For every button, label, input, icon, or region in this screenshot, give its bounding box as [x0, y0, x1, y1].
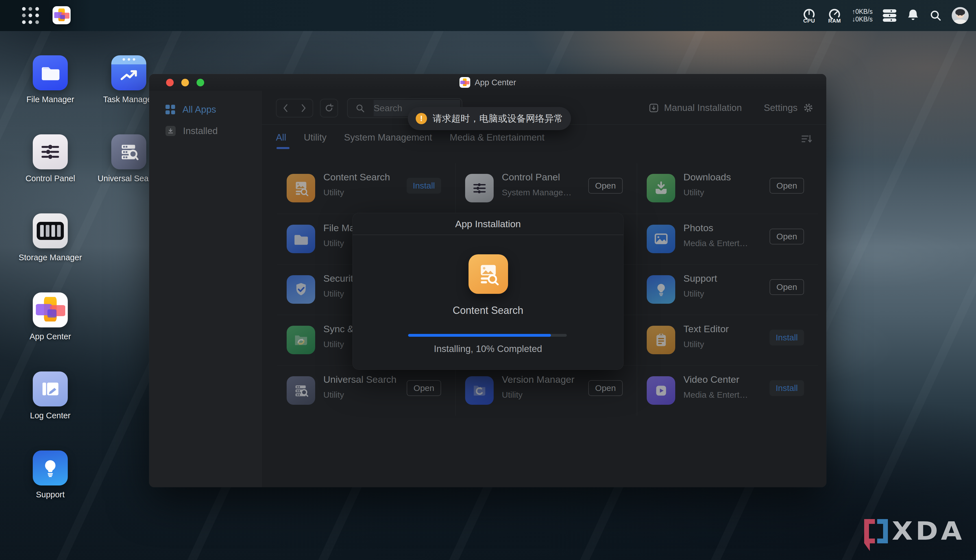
xda-text: XDA — [892, 517, 965, 546]
upload-speed: ↑0KB/s — [852, 8, 873, 15]
app-center-icon — [459, 77, 470, 88]
desktop-icon-storage-manager[interactable]: Storage Manager — [13, 213, 87, 262]
window-title: App Center — [149, 74, 826, 91]
storage-manager-icon — [33, 213, 68, 248]
xda-watermark: XDA — [864, 515, 965, 547]
desktop-icon-app-center[interactable]: App Center — [13, 292, 87, 341]
content-search-icon — [469, 254, 508, 294]
desktop-icon-label: File Manager — [13, 95, 87, 104]
desktop-icon-label: Control Panel — [13, 174, 87, 183]
window-titlebar: App Center — [149, 74, 826, 91]
install-status-text: Installing, 10% Completed — [353, 343, 623, 354]
error-toast: ! 请求超时，电脑或设备网络异常 — [408, 107, 571, 130]
installing-app-name: Content Search — [353, 305, 623, 317]
desktop-icon-label: App Center — [13, 332, 87, 341]
desktop-icon-control-panel[interactable]: Control Panel — [13, 134, 87, 183]
system-topbar: CPU RAM ↑0KB/s ↓0KB/s — [0, 0, 976, 31]
app-launcher-icon[interactable] — [22, 7, 39, 24]
storage-status-icon[interactable] — [882, 9, 897, 22]
xda-right-bracket-icon — [877, 519, 888, 543]
control-panel-icon — [33, 134, 68, 169]
download-speed: ↓0KB/s — [852, 15, 873, 23]
warning-icon: ! — [416, 113, 427, 124]
desktop-icon-label: Storage Manager — [13, 253, 87, 262]
file-manager-icon — [33, 55, 68, 90]
modal-title: App Installation — [353, 213, 623, 235]
search-icon[interactable] — [929, 9, 942, 22]
task-manager-icon — [111, 55, 146, 90]
notifications-bell-icon[interactable] — [906, 8, 919, 23]
desktop-icon-label: Log Center — [13, 411, 87, 420]
desktop-icon-support[interactable]: Support — [13, 450, 87, 499]
install-progress-fill — [408, 334, 551, 337]
desktop-icon-file-manager[interactable]: File Manager — [13, 55, 87, 104]
desktop-icon-log-center[interactable]: Log Center — [13, 372, 87, 420]
app-center-window: All Apps Installed — [149, 74, 826, 487]
taskbar-app-center-icon[interactable] — [53, 6, 71, 24]
ram-meter[interactable]: RAM — [827, 7, 843, 24]
app-installation-modal: App Installation Content Search Installi… — [352, 213, 624, 370]
toast-message: 请求超时，电脑或设备网络异常 — [433, 112, 563, 125]
network-speed[interactable]: ↑0KB/s ↓0KB/s — [852, 8, 873, 23]
universal-search-icon — [111, 134, 146, 169]
screen: XDA File Manager Task Manager Control Pa… — [0, 0, 976, 560]
desktop-icon-label: Support — [13, 490, 87, 499]
install-progress-bar — [408, 334, 567, 337]
log-center-icon — [33, 372, 68, 407]
user-avatar[interactable] — [952, 7, 969, 24]
support-icon — [33, 450, 68, 485]
cpu-meter[interactable]: CPU — [801, 7, 817, 24]
xda-left-bracket-icon — [864, 519, 875, 543]
app-center-icon — [33, 292, 68, 327]
